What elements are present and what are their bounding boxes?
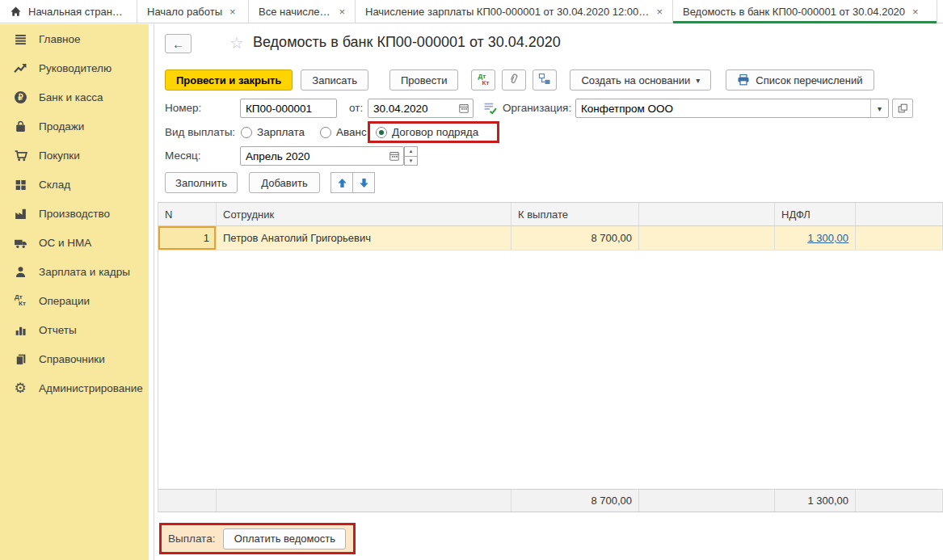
arrow-down-icon [359,178,369,188]
table-row: 1 Петров Анатолий Григорьевич 8 700,00 1… [158,226,943,251]
home-icon [10,6,22,18]
open-organization-button[interactable] [892,99,913,118]
table-header-row: N Сотрудник К выплате НДФЛ [158,202,943,226]
transfer-list-button[interactable]: Список перечислений [726,69,874,91]
ndfl-link[interactable]: 1 300,00 [807,232,848,244]
sidebar-item-label: Главное [39,33,81,45]
close-icon[interactable]: × [229,6,236,18]
table-totals-row: 8 700,00 1 300,00 [158,489,943,512]
payment-type-label: Вид выплаты: [165,126,235,138]
button-label: Провести [401,74,448,86]
move-row-up-button[interactable] [330,172,353,193]
calendar-icon[interactable] [455,99,473,117]
gear-icon: ⚙ [11,381,30,395]
tab-home[interactable]: Начальная страница [0,0,137,23]
app-window: Начальная страница Начало работы × Все н… [0,0,943,560]
sidebar-item-main[interactable]: Главное [0,24,149,53]
shopping-bag-icon [11,120,30,133]
radio-contract-selected[interactable]: Договор подряда [376,126,478,138]
add-button[interactable]: Добавить [249,172,320,193]
post-button[interactable]: Провести [389,69,459,91]
close-icon[interactable]: × [656,6,663,18]
month-input[interactable] [241,147,385,165]
button-label: Записать [312,74,357,86]
active-tab-underline [673,21,937,23]
amount-cell[interactable]: 8 700,00 [511,226,639,250]
organization-input[interactable] [576,99,870,117]
sidebar-item-fixed-assets[interactable]: ОС и НМА [0,228,149,257]
grid-boxes-icon [11,178,30,192]
row-number-cell[interactable]: 1 [158,226,217,250]
month-stepper: ▲ ▼ [404,146,418,166]
totals-ndfl-cell: 1 300,00 [775,490,856,512]
radio-circle-icon [320,127,331,138]
pay-statement-button[interactable]: Оплатить ведомость [223,528,346,549]
post-and-close-button[interactable]: Провести и закрыть [165,69,293,91]
attachments-button[interactable] [502,69,526,91]
sidebar-item-sales[interactable]: Продажи [0,112,149,141]
employee-cell[interactable]: Петров Анатолий Григорьевич [217,226,511,250]
tab-label: Все начисления [259,6,331,18]
radio-selected-icon [376,127,387,138]
column-header-blank [639,203,775,225]
chevron-down-icon[interactable]: ▾ [870,99,888,117]
organization-label: Организация: [503,102,571,114]
create-based-on-button[interactable]: Создать на основании ▾ [570,69,711,91]
radio-salary[interactable]: Зарплата [241,126,305,138]
close-icon[interactable]: × [912,6,919,18]
printer-icon [737,74,750,86]
sidebar-item-production[interactable]: Производство [0,199,149,228]
button-label: Список перечислений [756,74,862,86]
svg-text:₽: ₽ [18,93,23,102]
favorite-star-icon[interactable]: ☆ [229,33,244,53]
save-button[interactable]: Записать [301,69,368,91]
back-arrow-icon: ← [172,37,184,51]
tab-all-accruals[interactable]: Все начисления × [249,0,356,23]
move-row-down-button[interactable] [352,172,375,193]
sidebar-item-label: Продажи [39,120,84,133]
calendar-icon[interactable] [385,147,403,165]
number-input[interactable] [241,99,336,117]
column-header-ndfl: НДФЛ [775,203,856,225]
radio-label: Зарплата [257,126,305,138]
radio-advance[interactable]: Аванс [320,126,367,138]
back-button[interactable]: ← [165,34,192,53]
number-field-wrap [240,99,337,118]
shopping-cart-icon [11,149,30,162]
sidebar-item-bank-cash[interactable]: ₽ Банк и касса [0,82,149,112]
button-label: Заполнить [175,177,227,189]
tab-payroll-accrual[interactable]: Начисление зарплаты КП00-000001 от 30.04… [356,0,673,23]
totals-blank-cell [158,490,217,512]
sidebar: Главное Руководителю ₽ Банк и касса Прод… [0,24,149,560]
sidebar-item-administration[interactable]: ⚙ Администрирование [0,373,149,402]
arrow-up-icon [337,178,347,188]
tab-getting-started[interactable]: Начало работы × [137,0,249,23]
tab-bank-statement-active[interactable]: Ведомость в банк КП00-000001 от 30.04.20… [673,0,937,23]
button-label: Создать на основании [581,74,690,86]
stepper-down-button[interactable]: ▼ [404,157,418,166]
sidebar-item-warehouse[interactable]: Склад [0,170,149,199]
close-icon[interactable]: × [339,6,345,18]
stepper-up-button[interactable]: ▲ [404,146,418,157]
column-header-amount: К выплате [511,203,639,225]
related-documents-button[interactable] [533,69,557,91]
totals-blank-cell [217,490,511,512]
sidebar-item-directories[interactable]: Справочники [0,344,149,373]
annotation-box-payout: Выплата: Оплатить ведомость [159,523,356,554]
sidebar-item-label: Зарплата и кадры [39,266,130,278]
sidebar-item-operations[interactable]: ДтКт Операции [0,286,149,315]
button-label: Добавить [261,177,307,189]
sidebar-item-label: Операции [39,295,90,307]
date-input[interactable] [368,99,455,117]
table-command-bar: Заполнить Добавить [165,172,375,193]
fill-button[interactable]: Заполнить [165,172,238,193]
sidebar-item-manager[interactable]: Руководителю [0,53,149,82]
sidebar-item-label: Производство [39,208,110,220]
blank-cell [856,226,943,250]
truck-icon [11,236,30,250]
sidebar-item-salary-hr[interactable]: Зарплата и кадры [0,257,149,286]
sidebar-item-reports[interactable]: Отчеты [0,315,149,344]
sidebar-item-purchases[interactable]: Покупки [0,141,149,170]
debit-credit-movements-button[interactable]: ДтКт [471,69,495,91]
ndfl-cell: 1 300,00 [775,226,856,250]
